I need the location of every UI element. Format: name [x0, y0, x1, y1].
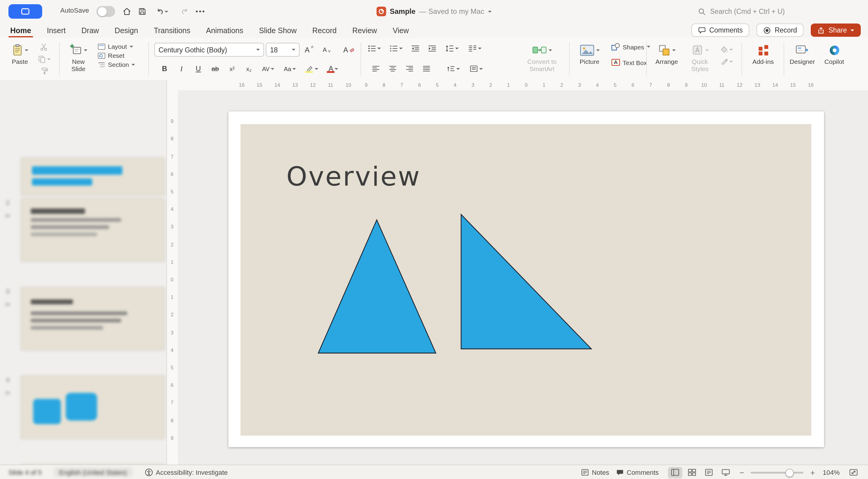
bold-button[interactable]: B — [158, 63, 171, 74]
layout-button[interactable]: Layout — [98, 43, 135, 50]
normal-view-button[interactable] — [668, 467, 682, 478]
tab-slide-show[interactable]: Slide Show — [251, 23, 304, 38]
paste-button[interactable]: Paste — [6, 40, 34, 77]
underline-button[interactable]: U — [192, 63, 205, 74]
designer-button[interactable]: Designer — [787, 40, 817, 77]
tab-animations[interactable]: Animations — [198, 23, 251, 38]
fit-slide-to-window-button[interactable] — [846, 467, 861, 478]
line-spacing-button[interactable] — [442, 43, 462, 54]
zoom-slider-knob[interactable] — [786, 469, 794, 477]
align-right-button[interactable] — [403, 63, 416, 74]
italic-button[interactable]: I — [175, 63, 188, 74]
save-icon[interactable] — [136, 6, 148, 17]
slide-thumbnail-4[interactable] — [21, 375, 165, 439]
slide-thumbnail-2[interactable] — [21, 198, 165, 262]
columns-button[interactable] — [465, 43, 485, 54]
tab-view[interactable]: View — [385, 23, 417, 38]
arrange-chevron-icon[interactable] — [672, 49, 675, 51]
slide-show-view-button[interactable] — [718, 467, 733, 478]
status-comments-button[interactable]: Comments — [616, 469, 658, 476]
share-button[interactable]: Share — [811, 24, 861, 37]
tab-record[interactable]: Record — [304, 23, 344, 38]
text-highlight-button[interactable] — [303, 63, 321, 74]
text-direction-button[interactable] — [444, 63, 463, 74]
slide-thumbnail-3[interactable] — [21, 287, 165, 351]
tab-draw[interactable]: Draw — [73, 23, 107, 38]
font-size-select[interactable]: 18 — [266, 43, 300, 57]
decrease-indent-button[interactable] — [409, 43, 422, 54]
more-commands-icon[interactable] — [194, 6, 206, 17]
slide-thumbnail-1[interactable] — [21, 157, 165, 196]
justify-button[interactable] — [420, 63, 433, 74]
superscript-button[interactable]: x² — [225, 63, 239, 74]
layout-chevron-icon[interactable] — [129, 45, 133, 47]
add-ins-button[interactable]: Add-ins — [746, 40, 780, 77]
align-center-button[interactable] — [386, 63, 399, 74]
comments-button[interactable]: Comments — [691, 24, 749, 37]
section-chevron-icon[interactable] — [131, 64, 135, 65]
new-slide-button[interactable]: NewSlide — [64, 40, 93, 77]
window-controls-pill[interactable] — [8, 4, 42, 19]
zoom-slider[interactable] — [751, 472, 804, 473]
picture-chevron-icon[interactable] — [596, 49, 599, 51]
new-slide-chevron-icon[interactable] — [84, 49, 87, 51]
tab-insert[interactable]: Insert — [39, 23, 73, 38]
section-button[interactable]: Section — [98, 61, 135, 68]
record-button[interactable]: Record — [756, 24, 804, 37]
align-left-button[interactable] — [369, 63, 382, 74]
zoom-percentage[interactable]: 104% — [822, 469, 840, 476]
convert-smartart-button[interactable]: Convert toSmartArt — [520, 40, 564, 77]
horizontal-ruler[interactable]: 1615141312111098765432101234567891011121… — [166, 80, 868, 91]
isosceles-triangle-shape[interactable] — [318, 220, 436, 353]
reading-view-button[interactable] — [702, 467, 716, 478]
double-chevron-icon[interactable]: ≫ — [5, 390, 10, 396]
increase-indent-button[interactable] — [426, 43, 439, 54]
slide-canvas[interactable]: Overview — [228, 111, 824, 447]
double-chevron-icon[interactable]: ≫ — [5, 213, 10, 219]
shapes-chevron-icon[interactable] — [647, 46, 650, 47]
slide-sorter-view-button[interactable] — [685, 467, 699, 478]
right-triangle-shape[interactable] — [461, 215, 591, 349]
align-text-button[interactable] — [467, 63, 486, 74]
arrange-button[interactable]: Arrange — [651, 40, 682, 77]
strikethrough-button[interactable]: ab — [209, 63, 222, 74]
tab-home[interactable]: Home — [2, 23, 39, 38]
double-chevron-icon[interactable]: ≫ — [5, 301, 10, 307]
character-spacing-button[interactable]: AV — [259, 63, 277, 74]
picture-button[interactable]: Picture — [574, 40, 605, 77]
slide-editing-area[interactable]: Overview — [178, 90, 868, 465]
numbering-button[interactable] — [387, 43, 405, 54]
change-case-button[interactable]: Aa — [281, 63, 299, 74]
increase-font-size-button[interactable]: A˄ — [301, 44, 317, 55]
decrease-font-size-button[interactable]: A˅ — [319, 44, 335, 55]
tab-review[interactable]: Review — [344, 23, 385, 38]
tab-design[interactable]: Design — [107, 23, 146, 38]
language-indicator[interactable]: English (United States) — [54, 468, 132, 477]
font-name-select[interactable]: Century Gothic (Body) — [154, 43, 264, 57]
slide-thumbnail-panel[interactable]: 2 ≫ 3 ≫ 4 ≫ — [0, 80, 167, 465]
tab-transitions[interactable]: Transitions — [146, 23, 198, 38]
copilot-button[interactable]: Copilot — [820, 40, 849, 77]
doc-title-chevron-icon[interactable] — [488, 10, 492, 12]
share-chevron-icon[interactable] — [850, 29, 854, 31]
paste-chevron-icon[interactable] — [24, 49, 28, 51]
shapes-button[interactable]: Shapes — [611, 43, 650, 51]
undo-button[interactable] — [153, 6, 170, 17]
clear-formatting-button[interactable]: A — [341, 44, 357, 55]
text-box-button[interactable]: Text Box — [611, 59, 650, 66]
search-field[interactable]: Search (Cmd + Ctrl + U) — [698, 0, 785, 23]
vertical-ruler[interactable]: 9876543210123456789 — [166, 90, 179, 465]
home-icon[interactable] — [121, 6, 133, 17]
notes-button[interactable]: Notes — [581, 469, 610, 476]
ribbon-tab-row: Home Insert Draw Design Transitions Anim… — [0, 23, 868, 38]
autosave-toggle[interactable] — [96, 6, 115, 17]
document-title[interactable]: Sample — Saved to my Mac — [376, 0, 491, 23]
subscript-button[interactable]: x₂ — [242, 63, 255, 74]
zoom-out-button[interactable]: − — [740, 469, 744, 476]
zoom-in-button[interactable]: + — [810, 469, 815, 476]
accessibility-status[interactable]: Accessibility: Investigate — [144, 468, 227, 477]
font-color-button[interactable]: A — [324, 63, 342, 74]
undo-chevron-icon[interactable] — [164, 10, 168, 12]
reset-button[interactable]: Reset — [98, 52, 135, 59]
bullets-button[interactable] — [365, 43, 383, 54]
